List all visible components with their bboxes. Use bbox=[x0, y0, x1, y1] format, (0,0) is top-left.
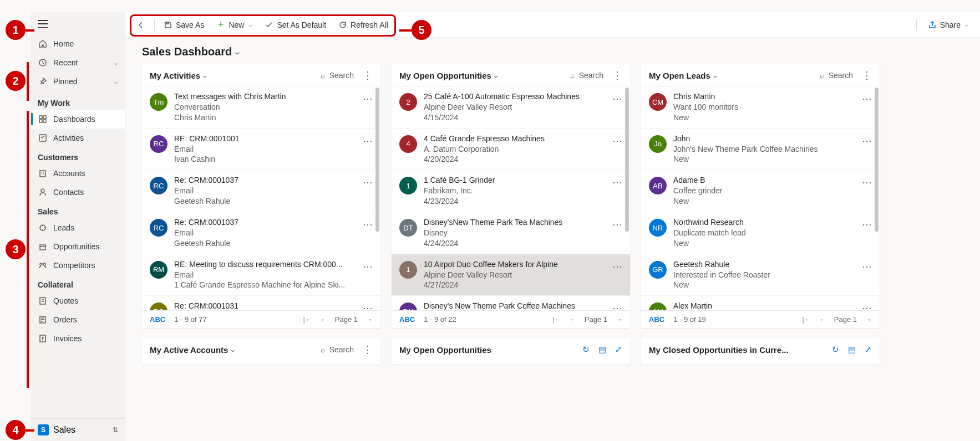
nav-quotes[interactable]: Quotes bbox=[31, 291, 125, 310]
page-title[interactable]: Sales Dashboard ⌵ bbox=[125, 38, 980, 64]
nav-pinned[interactable]: Pinned ⌵ bbox=[31, 72, 125, 91]
nav-contacts[interactable]: Contacts bbox=[31, 183, 125, 202]
row-line: Want 100 monitors bbox=[673, 102, 855, 112]
nav-activities[interactable]: Activities bbox=[31, 129, 125, 147]
nav-orders[interactable]: Orders bbox=[31, 310, 125, 329]
row-line: Disney bbox=[424, 228, 606, 238]
card-title[interactable]: My Open Leads⌵ bbox=[649, 71, 717, 80]
list-item[interactable]: DTDisney'sNew Theme Park Tea MachinesDis… bbox=[392, 212, 630, 254]
scrollbar[interactable] bbox=[625, 88, 629, 232]
refresh-button[interactable]: Refresh All bbox=[333, 17, 394, 33]
first-page[interactable]: |← bbox=[303, 315, 312, 324]
nav-recent[interactable]: Recent ⌵ bbox=[31, 53, 125, 72]
row-more-icon[interactable]: ⋯ bbox=[363, 302, 373, 310]
card-title[interactable]: My Activities⌵ bbox=[150, 71, 207, 80]
avatar: 2 bbox=[399, 93, 417, 111]
search-button[interactable]: ⌕ Search bbox=[570, 71, 603, 80]
first-page[interactable]: |← bbox=[552, 315, 561, 324]
row-more-icon[interactable]: ⋯ bbox=[612, 93, 622, 105]
card-title[interactable]: My Active Accounts⌵ bbox=[150, 345, 235, 355]
row-more-icon[interactable]: ⋯ bbox=[612, 135, 622, 147]
nav-leads[interactable]: Leads bbox=[31, 218, 125, 237]
row-more-icon[interactable]: ⋯ bbox=[363, 176, 373, 188]
row-more-icon[interactable]: ⋯ bbox=[612, 302, 622, 310]
nav-competitors[interactable]: Competitors bbox=[31, 256, 125, 275]
list-item[interactable]: 11 Café BG-1 GrinderFabrikam, Inc.4/23/2… bbox=[392, 170, 630, 212]
refresh-icon[interactable]: ↻ bbox=[832, 345, 839, 355]
nav-opportunities[interactable]: Opportunities bbox=[31, 237, 125, 256]
next-page[interactable]: → bbox=[365, 315, 373, 324]
row-line: 4/27/2024 bbox=[424, 280, 606, 290]
nav-invoices[interactable]: Invoices bbox=[31, 329, 125, 348]
more-icon[interactable]: ⋮ bbox=[612, 70, 622, 80]
nav-home[interactable]: Home bbox=[31, 34, 125, 53]
row-more-icon[interactable]: ⋯ bbox=[363, 218, 373, 230]
list-item[interactable]: RCRE: CRM:0001001EmailIvan Cashin⋯ bbox=[142, 129, 380, 171]
abc-toggle[interactable]: ABC bbox=[399, 315, 415, 324]
list-item[interactable]: ABAdame BCoffee grinderNew⋯ bbox=[641, 170, 880, 212]
row-more-icon[interactable]: ⋯ bbox=[862, 260, 872, 273]
list-item[interactable]: CMChris MartinWant 100 monitorsNew⋯ bbox=[641, 86, 880, 129]
list-item[interactable]: JoJohnJohn's New Theme Park Coffee Machi… bbox=[641, 129, 880, 171]
abc-toggle[interactable]: ABC bbox=[649, 315, 664, 324]
row-more-icon[interactable]: ⋯ bbox=[612, 260, 622, 273]
row-more-icon[interactable]: ⋯ bbox=[363, 93, 373, 105]
row-more-icon[interactable]: ⋯ bbox=[363, 260, 373, 273]
nav-accounts[interactable]: Accounts bbox=[31, 164, 125, 183]
records-icon[interactable]: ▤ bbox=[848, 345, 856, 355]
row-more-icon[interactable]: ⋯ bbox=[612, 218, 622, 230]
list-item[interactable]: 44 Café Grande Espresso MachinesA. Datum… bbox=[392, 129, 630, 171]
prev-page[interactable]: ← bbox=[819, 315, 826, 324]
row-more-icon[interactable]: ⋯ bbox=[862, 176, 872, 188]
search-button[interactable]: ⌕ Search bbox=[321, 71, 354, 80]
prev-page[interactable]: ← bbox=[320, 315, 327, 324]
share-button[interactable]: Share ⌵ bbox=[922, 17, 974, 33]
chevron-down-icon: ⌵ bbox=[231, 346, 235, 353]
set-default-button[interactable]: Set As Default bbox=[259, 17, 332, 33]
more-icon[interactable]: ⋮ bbox=[363, 345, 373, 355]
more-icon[interactable]: ⋮ bbox=[862, 70, 872, 80]
list-item[interactable]: RCRe: CRM:0001031EmailDevansh Choure⋯ bbox=[142, 296, 380, 310]
abc-toggle[interactable]: ABC bbox=[150, 315, 165, 324]
row-more-icon[interactable]: ⋯ bbox=[862, 93, 872, 105]
list-item[interactable]: RCRe: CRM:0001037EmailGeetesh Rahule⋯ bbox=[142, 212, 380, 254]
list-item[interactable]: GRGeetesh RahuleInterested in Coffee Roa… bbox=[641, 254, 880, 296]
expand-icon[interactable]: ⤢ bbox=[865, 345, 872, 355]
scrollbar[interactable] bbox=[875, 88, 879, 232]
prev-page[interactable]: ← bbox=[570, 315, 577, 324]
next-page[interactable]: → bbox=[865, 315, 872, 324]
list-item[interactable]: 110 Airpot Duo Coffee Makers for AlpineA… bbox=[392, 254, 630, 296]
app-switcher[interactable]: S Sales ⇅ bbox=[31, 418, 125, 441]
new-button[interactable]: + New ⌵ bbox=[211, 17, 258, 33]
row-more-icon[interactable]: ⋯ bbox=[612, 176, 622, 188]
avatar: RC bbox=[150, 219, 167, 237]
next-page[interactable]: → bbox=[615, 315, 622, 324]
records-icon[interactable]: ▤ bbox=[598, 345, 606, 355]
refresh-icon[interactable]: ↻ bbox=[582, 345, 590, 355]
first-page[interactable]: |← bbox=[802, 315, 811, 324]
list-item[interactable]: AMAlex MartinTesting duplicate matching … bbox=[641, 296, 880, 310]
row-content: Re: CRM:0001037EmailGeetesh Rahule bbox=[174, 217, 356, 249]
annotation-brace bbox=[27, 111, 29, 388]
list-item[interactable]: 225 Café A-100 Automatic Espresso Machin… bbox=[392, 86, 630, 129]
save-as-button[interactable]: Save As bbox=[158, 17, 210, 33]
row-more-icon[interactable]: ⋯ bbox=[363, 135, 373, 147]
expand-icon[interactable]: ⤢ bbox=[615, 345, 622, 355]
list-item[interactable]: RCRe: CRM:0001037EmailGeetesh Rahule⋯ bbox=[142, 170, 380, 212]
nav-dashboards[interactable]: Dashboards bbox=[31, 110, 125, 129]
list-item[interactable]: DNDisney's New Theme Park Coffee Machine… bbox=[392, 296, 630, 310]
search-button[interactable]: ⌕ Search bbox=[820, 71, 853, 80]
more-icon[interactable]: ⋮ bbox=[363, 70, 373, 80]
back-button[interactable] bbox=[131, 17, 151, 33]
card-title[interactable]: My Open Opportunities⌵ bbox=[399, 71, 498, 80]
row-more-icon[interactable]: ⋯ bbox=[862, 302, 872, 310]
list-item[interactable]: NRNorthwind ResearchDuplicate match lead… bbox=[641, 212, 880, 254]
list-item[interactable]: RMRE: Meeting to discuss requirements CR… bbox=[142, 254, 380, 296]
row-more-icon[interactable]: ⋯ bbox=[862, 135, 872, 147]
row-more-icon[interactable]: ⋯ bbox=[862, 218, 872, 230]
hamburger-menu[interactable] bbox=[38, 20, 48, 28]
list-item[interactable]: TmText messages with Chris MartinConvers… bbox=[142, 86, 380, 129]
scrollbar[interactable] bbox=[375, 88, 379, 232]
competitors-icon bbox=[38, 260, 48, 270]
search-button[interactable]: ⌕ Search bbox=[321, 345, 354, 354]
